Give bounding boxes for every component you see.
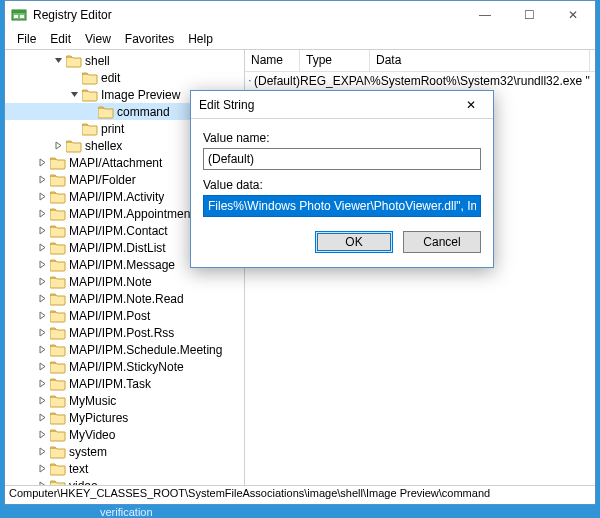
tree-item[interactable]: text: [5, 460, 244, 477]
menubar: File Edit View Favorites Help: [5, 29, 595, 49]
folder-icon: [50, 343, 66, 357]
folder-icon: [50, 309, 66, 323]
tree-item-label: system: [69, 445, 107, 459]
chevron-right-icon[interactable]: [37, 395, 48, 406]
dialog-close-button[interactable]: ✕: [457, 98, 485, 112]
column-header[interactable]: Type: [300, 50, 370, 71]
tree-item[interactable]: system: [5, 443, 244, 460]
tree-item-label: print: [101, 122, 124, 136]
tree-item-label: MAPI/IPM.Post: [69, 309, 150, 323]
tree-item[interactable]: MyPictures: [5, 409, 244, 426]
value-name-label: Value name:: [203, 131, 481, 145]
folder-icon: [98, 105, 114, 119]
tree-item-label: MAPI/IPM.Contact: [69, 224, 168, 238]
tree-item[interactable]: MAPI/IPM.Note: [5, 273, 244, 290]
maximize-button[interactable]: ☐: [507, 1, 551, 29]
chevron-down-icon[interactable]: [53, 55, 64, 66]
chevron-right-icon[interactable]: [53, 140, 64, 151]
edit-string-dialog: Edit String ✕ Value name: Value data: OK…: [190, 90, 494, 268]
chevron-right-icon[interactable]: [37, 446, 48, 457]
chevron-right-icon[interactable]: [37, 310, 48, 321]
folder-icon: [66, 139, 82, 153]
chevron-right-icon[interactable]: [37, 293, 48, 304]
tree-item[interactable]: video: [5, 477, 244, 485]
chevron-right-icon[interactable]: [37, 344, 48, 355]
folder-icon: [66, 54, 82, 68]
tree-item[interactable]: MAPI/IPM.Schedule.Meeting: [5, 341, 244, 358]
chevron-down-icon[interactable]: [69, 89, 80, 100]
value-name-input[interactable]: [203, 148, 481, 170]
column-header[interactable]: Name: [245, 50, 300, 71]
chevron-right-icon[interactable]: [37, 412, 48, 423]
chevron-right-icon[interactable]: [37, 480, 48, 485]
column-header[interactable]: Data: [370, 50, 590, 71]
menu-view[interactable]: View: [79, 30, 117, 48]
chevron-right-icon[interactable]: [37, 225, 48, 236]
tree-item-label: video: [69, 479, 98, 486]
tree-item-label: edit: [101, 71, 120, 85]
tree-item[interactable]: MAPI/IPM.StickyNote: [5, 358, 244, 375]
menu-edit[interactable]: Edit: [44, 30, 77, 48]
value-data-cell: %SystemRoot%\System32\rundll32.exe "%Pro…: [370, 74, 590, 88]
value-data-input[interactable]: [203, 195, 481, 217]
chevron-right-icon[interactable]: [37, 259, 48, 270]
chevron-right-icon[interactable]: [37, 429, 48, 440]
tree-item-label: MyPictures: [69, 411, 128, 425]
tree-item[interactable]: shell: [5, 52, 244, 69]
folder-icon: [50, 173, 66, 187]
tree-item-label: MAPI/IPM.Appointment: [69, 207, 194, 221]
tree-item-label: Image Preview: [101, 88, 180, 102]
chevron-right-icon[interactable]: [37, 276, 48, 287]
folder-icon: [50, 360, 66, 374]
folder-icon: [50, 462, 66, 476]
chevron-right-icon[interactable]: [37, 361, 48, 372]
tree-item[interactable]: MyVideo: [5, 426, 244, 443]
titlebar[interactable]: Registry Editor — ☐ ✕: [5, 1, 595, 29]
tree-item-label: MAPI/IPM.Note: [69, 275, 152, 289]
dialog-titlebar[interactable]: Edit String ✕: [191, 91, 493, 119]
tree-item-label: MAPI/IPM.Post.Rss: [69, 326, 174, 340]
folder-icon: [50, 258, 66, 272]
twisty-none: [85, 106, 96, 117]
minimize-button[interactable]: —: [463, 1, 507, 29]
tree-item-label: MAPI/IPM.Schedule.Meeting: [69, 343, 222, 357]
tree-item-label: MAPI/IPM.Message: [69, 258, 175, 272]
chevron-right-icon[interactable]: [37, 378, 48, 389]
tree-item-label: command: [117, 105, 170, 119]
folder-icon: [82, 71, 98, 85]
value-row[interactable]: ab(Default)REG_EXPAND_SZ%SystemRoot%\Sys…: [245, 72, 595, 90]
tree-item[interactable]: MAPI/IPM.Post: [5, 307, 244, 324]
menu-favorites[interactable]: Favorites: [119, 30, 180, 48]
chevron-right-icon[interactable]: [37, 174, 48, 185]
tree-item-label: MAPI/IPM.StickyNote: [69, 360, 184, 374]
value-type-cell: REG_EXPAND_SZ: [300, 74, 370, 88]
tree-item-label: MAPI/IPM.Task: [69, 377, 151, 391]
menu-file[interactable]: File: [11, 30, 42, 48]
ok-button[interactable]: OK: [315, 231, 393, 253]
tree-item-label: MAPI/IPM.Activity: [69, 190, 164, 204]
cancel-button[interactable]: Cancel: [403, 231, 481, 253]
value-name-cell: ab(Default): [249, 74, 300, 88]
chevron-right-icon[interactable]: [37, 208, 48, 219]
folder-icon: [82, 88, 98, 102]
folder-icon: [50, 326, 66, 340]
chevron-right-icon[interactable]: [37, 327, 48, 338]
chevron-right-icon[interactable]: [37, 157, 48, 168]
chevron-right-icon[interactable]: [37, 463, 48, 474]
close-button[interactable]: ✕: [551, 1, 595, 29]
tree-item-label: MAPI/IPM.Note.Read: [69, 292, 184, 306]
svg-rect-3: [20, 15, 24, 18]
chevron-right-icon[interactable]: [37, 191, 48, 202]
folder-icon: [50, 394, 66, 408]
folder-icon: [50, 275, 66, 289]
taskbar-fragment: verification: [100, 506, 153, 518]
tree-item[interactable]: MyMusic: [5, 392, 244, 409]
tree-item[interactable]: MAPI/IPM.Note.Read: [5, 290, 244, 307]
tree-item[interactable]: MAPI/IPM.Post.Rss: [5, 324, 244, 341]
menu-help[interactable]: Help: [182, 30, 219, 48]
folder-icon: [50, 207, 66, 221]
tree-item[interactable]: MAPI/IPM.Task: [5, 375, 244, 392]
chevron-right-icon[interactable]: [37, 242, 48, 253]
value-data-label: Value data:: [203, 178, 481, 192]
tree-item[interactable]: edit: [5, 69, 244, 86]
